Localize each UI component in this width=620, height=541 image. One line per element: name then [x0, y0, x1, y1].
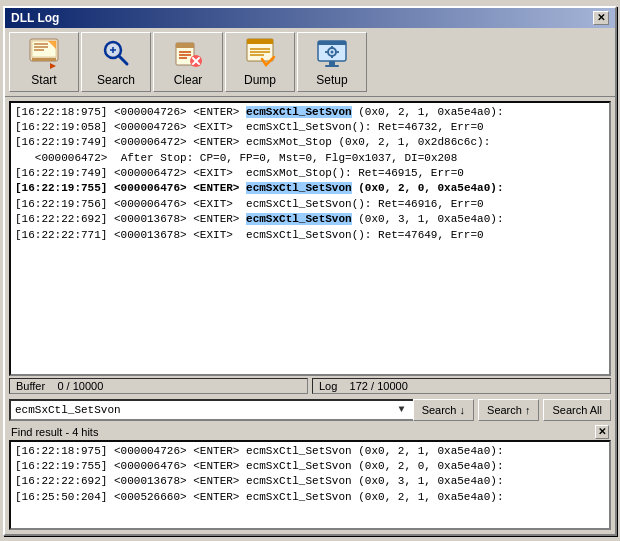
svg-line-10 — [119, 56, 127, 64]
search-button[interactable]: Search — [81, 32, 151, 92]
svg-rect-29 — [325, 65, 339, 67]
setup-button[interactable]: Setup — [297, 32, 367, 92]
buffer-label: Buffer — [16, 380, 45, 392]
result-line: [16:22:18:975] <000004726> <ENTER> ecmSx… — [15, 444, 605, 459]
setup-icon — [316, 37, 348, 69]
buffer-sep — [48, 380, 54, 392]
results-area[interactable]: [16:22:18:975] <000004726> <ENTER> ecmSx… — [9, 440, 611, 530]
window-title: DLL Log — [11, 11, 59, 25]
results-close-button[interactable]: ✕ — [595, 425, 609, 439]
start-button[interactable]: Start — [9, 32, 79, 92]
search-icon — [100, 37, 132, 69]
result-line: [16:22:22:692] <000013678> <ENTER> ecmSx… — [15, 474, 605, 489]
log-line: [16:22:22:771] <000013678> <EXIT> ecmSxC… — [15, 228, 605, 243]
svg-rect-34 — [325, 51, 327, 53]
log-line: <000006472> After Stop: CP=0, FP=0, Mst=… — [15, 151, 605, 166]
search-input[interactable] — [9, 399, 419, 421]
toolbar: Start Search — [5, 28, 615, 97]
svg-point-31 — [331, 50, 334, 53]
search-bar: ▼ Search ↓ Search ↑ Search All — [5, 396, 615, 424]
log-line: [16:22:18:975] <000004726> <ENTER> ecmSx… — [15, 105, 605, 120]
clear-icon — [172, 37, 204, 69]
log-line: [16:22:22:692] <000013678> <ENTER> ecmSx… — [15, 212, 605, 227]
results-title: Find result - 4 hits — [11, 426, 98, 438]
log-line: [16:22:19:749] <000006472> <ENTER> ecmSx… — [15, 135, 605, 150]
dump-icon — [244, 37, 276, 69]
dropdown-arrow[interactable]: ▼ — [399, 404, 405, 415]
log-label: Log — [319, 380, 337, 392]
status-bar: Buffer 0 / 10000 Log 172 / 10000 — [5, 376, 615, 396]
log-max: 10000 — [377, 380, 408, 392]
search-up-button[interactable]: Search ↑ — [478, 399, 539, 421]
svg-marker-7 — [50, 63, 56, 69]
search-highlight: ecmSxCtl_SetSvon — [246, 182, 352, 194]
start-label: Start — [31, 73, 56, 87]
result-line: [16:25:50:204] <000526660> <ENTER> ecmSx… — [15, 490, 605, 505]
search-highlight: ecmSxCtl_SetSvon — [246, 106, 352, 118]
buffer-status: Buffer 0 / 10000 — [9, 378, 308, 394]
log-line: [16:22:19:058] <000004726> <EXIT> ecmSxC… — [15, 120, 605, 135]
main-window: DLL Log ✕ Start — [3, 6, 617, 536]
content-area: [16:22:18:975] <000004726> <ENTER> ecmSx… — [5, 97, 615, 534]
search-highlight: ecmSxCtl_SetSvon — [246, 213, 352, 225]
buffer-value: 0 — [57, 380, 63, 392]
svg-rect-28 — [329, 61, 335, 65]
log-status: Log 172 / 10000 — [312, 378, 611, 394]
svg-rect-22 — [247, 39, 273, 44]
log-area[interactable]: [16:22:18:975] <000004726> <ENTER> ecmSx… — [9, 101, 611, 376]
svg-rect-27 — [318, 41, 346, 45]
clear-label: Clear — [174, 73, 203, 87]
dump-button[interactable]: Dump — [225, 32, 295, 92]
log-line: [16:22:19:756] <000006476> <EXIT> ecmSxC… — [15, 197, 605, 212]
close-button[interactable]: ✕ — [593, 11, 609, 25]
result-line: [16:22:19:755] <000006476> <ENTER> ecmSx… — [15, 459, 605, 474]
results-header: Find result - 4 hits ✕ — [5, 424, 615, 440]
start-icon — [28, 37, 60, 69]
dump-label: Dump — [244, 73, 276, 87]
svg-rect-14 — [176, 43, 194, 48]
svg-rect-32 — [331, 46, 333, 48]
svg-rect-2 — [32, 58, 56, 61]
log-value: 172 — [350, 380, 368, 392]
svg-rect-33 — [331, 56, 333, 58]
title-bar: DLL Log ✕ — [5, 8, 615, 28]
search-down-button[interactable]: Search ↓ — [413, 399, 474, 421]
buffer-max: 10000 — [73, 380, 104, 392]
svg-rect-35 — [337, 51, 339, 53]
search-all-button[interactable]: Search All — [543, 399, 611, 421]
search-label: Search — [97, 73, 135, 87]
log-sep — [340, 380, 346, 392]
setup-label: Setup — [316, 73, 347, 87]
log-line: [16:22:19:755] <000006476> <ENTER> ecmSx… — [15, 181, 605, 196]
clear-button[interactable]: Clear — [153, 32, 223, 92]
log-line: [16:22:19:749] <000006472> <EXIT> ecmSxM… — [15, 166, 605, 181]
